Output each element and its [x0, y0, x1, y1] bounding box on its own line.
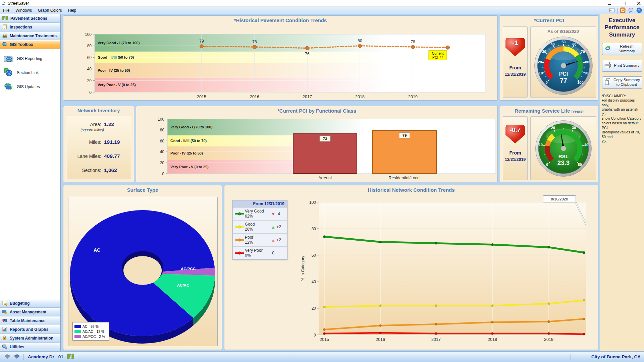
pci-as-of-date: As of 8/16/2020 — [531, 29, 596, 34]
gticklabel: 70 — [581, 50, 585, 54]
bandlabel: Very Good - I (70 to 100) — [98, 41, 140, 45]
data-point — [379, 331, 381, 334]
close-button[interactable] — [637, 1, 641, 6]
data-point — [491, 332, 493, 335]
copy-icon — [604, 78, 612, 87]
legend-arrow-0: ▼ — [271, 212, 275, 217]
data-point — [253, 45, 257, 49]
data-point — [491, 304, 493, 307]
data-point — [323, 332, 325, 335]
xlabel: 2017 — [303, 95, 312, 99]
menu-graph-colors[interactable]: Graph Colors — [35, 7, 65, 14]
ticklabel: 40 — [87, 67, 92, 71]
report-icon[interactable] — [609, 7, 615, 14]
ticklabel: 80 — [160, 128, 165, 132]
ticklabel: 100 — [309, 200, 316, 205]
menu-windows[interactable]: Windows — [12, 7, 35, 14]
legend-row: Very Good62% ▼-4 — [233, 207, 287, 221]
sidebar-item-asset-management[interactable]: Asset Management — [0, 308, 60, 316]
section-thumbnail-icon[interactable] — [67, 354, 74, 360]
title-bar: StreetSaver — [0, 0, 644, 7]
ticklabel: 60 — [160, 139, 165, 143]
data-point — [547, 332, 550, 335]
rsl-gauge: 01020304050RSL23.3 — [535, 120, 592, 177]
xlabel: 2017 — [431, 337, 441, 342]
print-summary-button[interactable]: Print Summary — [602, 60, 642, 72]
feedback-icon[interactable] — [628, 7, 634, 14]
sidebar-item-reports-and-graphs[interactable]: Reports and Graphs — [0, 325, 60, 334]
status-bar: Academy Dr - 01 City of Buena Park, CA — [0, 351, 644, 362]
sidebar-item-budgeting[interactable]: Budgeting — [0, 299, 60, 308]
inventory-row: Lane Miles: 409.77 — [67, 153, 131, 159]
restore-button[interactable] — [622, 1, 627, 6]
sidebar-item-gis-updates[interactable]: GIS Updates — [3, 80, 60, 94]
sidebar-item-system-administration[interactable]: System Administration — [0, 334, 60, 343]
pci-by-functional-class-chart: 020406080100Very Good - I (70 to 100)Goo… — [136, 106, 498, 183]
power-icon[interactable] — [620, 7, 626, 14]
glabel: RSL — [558, 154, 569, 159]
minimize-button[interactable] — [607, 1, 612, 6]
xlabel: 2016 — [250, 95, 259, 99]
data-point — [547, 246, 550, 248]
ticklabel: 0 — [314, 333, 316, 338]
gticklabel: 90 — [584, 71, 588, 75]
sidebar-item-maintenance-treatments[interactable]: Maintenance Treatments — [0, 32, 60, 40]
copy-summary-button[interactable]: Copy Summary to Clipboard — [602, 76, 642, 88]
nav-back-button[interactable] — [3, 353, 11, 361]
legend-swatch — [74, 335, 81, 338]
gticklabel: 30 — [542, 50, 546, 54]
refresh-summary-button[interactable]: Refresh Summary — [602, 43, 642, 55]
badgelabel: PCI 77 — [432, 55, 443, 59]
rsl-delta-from: From 12/31/2019 — [503, 149, 527, 163]
help-icon[interactable]: ? — [636, 7, 642, 14]
xlabel: 2018 — [355, 95, 365, 99]
panel-current-pci: *Current PCI -1 From 12/31/2019 As of 8/… — [500, 15, 598, 101]
legend-arrow-2: ▲ — [271, 238, 275, 243]
pci-gauge: 0102030405060708090100PCI77 — [534, 36, 593, 95]
menu-file[interactable]: File — [0, 7, 12, 14]
bandlabel: Poor - IV (25 to 50) — [170, 151, 203, 155]
sidebar-item-section-link[interactable]: Section Link — [3, 66, 60, 80]
bandlabel: Good - II/III (50 to 70) — [170, 139, 207, 143]
chart-title: *Current PCI by Functional Class — [136, 108, 497, 114]
bandlabel: Very Good - I (70 to 100) — [170, 125, 213, 129]
menu-help[interactable]: Help — [65, 7, 79, 14]
xlabel: Residential/Local — [388, 176, 420, 180]
current-date-callout: 8/16/2020 — [543, 195, 576, 202]
rsl-delta-badge: -0.7 — [505, 125, 525, 143]
sidebar: Pavement Sections Inspections Maintenanc… — [0, 14, 61, 351]
reports-and-graphs-icon — [2, 326, 7, 333]
condition-legend-table: From 12/31/2019 Very Good62% ▼-4 Good26%… — [232, 200, 287, 260]
sidebar-item-gis-toolbox[interactable]: GIS Toolbox — [0, 40, 60, 49]
ptlabel: 80 — [358, 39, 362, 43]
data-point — [435, 304, 437, 307]
gticklabel: 40 — [584, 143, 588, 147]
data-point — [379, 324, 381, 327]
legend-swatch — [74, 330, 81, 333]
chart-title: Surface Type — [63, 187, 222, 193]
system-administration-icon — [2, 335, 7, 342]
condition-band — [95, 63, 486, 78]
pie-legend: AC - 86 % AC/AC - 12 % AC/PCC - 2 % — [72, 322, 109, 341]
sidebar-item-label: System Administration — [10, 336, 53, 341]
legend-row: Good26% ▲+2 — [233, 221, 287, 234]
button-label: Refresh Summary — [613, 44, 641, 54]
svg-text:?: ? — [638, 8, 640, 12]
sidebar-item-gis-reporting[interactable]: GIS Reporting — [3, 52, 60, 66]
sidebar-item-table-maintenance[interactable]: Table Maintenance — [0, 316, 60, 325]
gis-toolbox-icon — [2, 42, 7, 48]
chart-title: Historical Network Condition Trends — [224, 187, 598, 193]
data-point — [547, 320, 550, 323]
legend-header: From 12/31/2019 — [233, 200, 287, 207]
ticklabel: 20 — [160, 161, 165, 165]
gauge-hub — [561, 146, 566, 151]
inventory-row: Sections: 1,062 — [67, 167, 131, 173]
sidebar-item-utilities[interactable]: Utilities — [0, 343, 60, 351]
nav-forward-button[interactable] — [13, 353, 21, 361]
data-point — [491, 243, 493, 246]
data-point — [547, 302, 550, 305]
button-label: Print Summary — [613, 63, 641, 68]
legend-item: AC/AC - 12 % — [74, 329, 107, 334]
sidebar-item-inspections[interactable]: Inspections — [0, 23, 60, 32]
sidebar-item-pavement-sections[interactable]: Pavement Sections — [0, 14, 60, 23]
